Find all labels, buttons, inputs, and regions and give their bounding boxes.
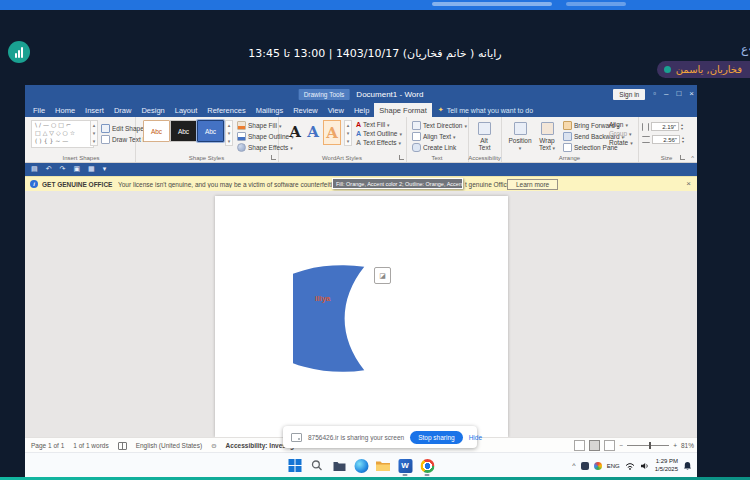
language-indicator[interactable]: English (United States) (136, 442, 202, 449)
sign-in-button[interactable]: Sign in (613, 89, 645, 100)
shape-style-thumb-2[interactable]: Abc (170, 120, 197, 142)
layout-options-button[interactable]: ◪ (374, 267, 391, 284)
gallery-more-icon: ▾ (347, 138, 350, 144)
undo-icon[interactable]: ↶ (46, 166, 52, 173)
close-icon[interactable]: × (689, 90, 694, 98)
zoom-out-icon[interactable]: − (619, 442, 623, 449)
create-link-button[interactable]: Create Link (412, 143, 467, 152)
tab-file[interactable]: File (28, 103, 50, 117)
tab-shape-format[interactable]: Shape Format (374, 103, 432, 117)
tell-me-search[interactable]: ✦ Tell me what you want to do (432, 103, 539, 117)
language-badge[interactable]: ENG (607, 463, 620, 469)
zoom-slider[interactable] (627, 445, 669, 446)
gallery-down-icon: ▾ (228, 130, 231, 136)
wordart-style-2[interactable]: A (305, 120, 321, 143)
text-direction-button[interactable]: Text Direction ▾ (412, 121, 467, 130)
dropdown-icon: ▾ (630, 140, 633, 146)
rotate-button[interactable]: Rotate ▾ (609, 139, 633, 146)
document-page[interactable]: iliya ◪ (215, 196, 508, 437)
proofing-icon[interactable] (118, 442, 127, 450)
wrap-text-icon (541, 122, 554, 135)
dialog-launcher-icon[interactable] (399, 155, 404, 160)
shapes-gallery-scroll[interactable]: ▴ ▾ ▾ (90, 120, 98, 146)
warning-close-icon[interactable]: × (686, 180, 691, 188)
search-button[interactable] (310, 458, 325, 473)
crescent-moon-path[interactable] (293, 265, 364, 372)
tab-help[interactable]: Help (349, 103, 374, 117)
hide-link[interactable]: Hide (469, 434, 482, 441)
create-link-label: Create Link (423, 144, 456, 151)
shapes-gallery[interactable]: \/—○□⌐ □△▽◇○☆ (){}~— (31, 120, 94, 148)
redo-icon[interactable]: ↷ (60, 166, 66, 173)
maximize-icon[interactable]: □ (676, 90, 681, 98)
text-fill-button[interactable]: A Text Fill ▾ (356, 121, 402, 128)
wrap-text-button[interactable]: Wrap Text ▾ (534, 120, 560, 153)
shape-height-input[interactable]: 2.19" (651, 122, 679, 131)
web-layout-icon[interactable] (604, 440, 615, 451)
collapse-ribbon-icon[interactable]: ^ (691, 155, 694, 161)
width-spinner[interactable]: ▴▾ (682, 136, 684, 144)
zoom-in-icon[interactable]: + (673, 442, 677, 449)
gallery-down-icon: ▾ (93, 130, 96, 136)
tab-mailings[interactable]: Mailings (251, 103, 289, 117)
align-text-button[interactable]: Align Text ▾ (412, 132, 467, 141)
shape-style-thumb-1[interactable]: Abc (143, 120, 170, 142)
rotate-label: Rotate (609, 139, 628, 146)
zoom-percent[interactable]: 81% (681, 442, 694, 449)
shape-width-input[interactable]: 2.56" (652, 135, 680, 144)
word-count[interactable]: 1 of 1 words (73, 442, 108, 449)
shape-text[interactable]: iliya (315, 294, 375, 303)
tab-review[interactable]: Review (288, 103, 323, 117)
sidebar-edge-glyph[interactable]: ع‹ (741, 42, 750, 56)
tab-view[interactable]: View (323, 103, 349, 117)
volume-icon[interactable] (640, 462, 650, 470)
shape-styles-scroll[interactable]: ▴ ▾ ▾ (225, 120, 233, 146)
crescent-moon-shape[interactable] (293, 262, 367, 375)
clock[interactable]: 1:29 PM 1/5/2025 (655, 458, 678, 474)
save-icon[interactable]: ▤ (31, 166, 38, 173)
tab-draw[interactable]: Draw (109, 103, 137, 117)
text-effects-button[interactable]: A Text Effects ▾ (356, 139, 402, 146)
wordart-style-1[interactable]: A (287, 120, 303, 143)
tab-references[interactable]: References (202, 103, 250, 117)
tray-app-icon[interactable] (581, 462, 589, 470)
notification-bell-icon[interactable] (683, 461, 692, 471)
tray-account-icon[interactable] (594, 462, 602, 470)
wordart-scroll[interactable]: ▴ ▾ ▾ (344, 120, 352, 146)
qat-customize-icon[interactable]: ▾ (103, 166, 107, 173)
dialog-launcher-icon[interactable] (271, 155, 276, 160)
chrome-taskbar-button[interactable] (420, 458, 435, 473)
start-button[interactable] (288, 458, 303, 473)
tab-insert[interactable]: Insert (80, 103, 109, 117)
shape-style-thumb-3-selected[interactable]: Abc (197, 120, 224, 142)
read-mode-icon[interactable] (574, 440, 585, 451)
minimize-icon[interactable]: – (664, 90, 668, 98)
height-spinner[interactable]: ▴▾ (681, 123, 683, 131)
page-indicator[interactable]: Page 1 of 1 (31, 442, 64, 449)
ribbon-display-options-icon[interactable]: ▫ (653, 90, 656, 98)
style-tooltip: Fill: Orange, Accent color 2; Outline: O… (332, 178, 463, 189)
clipboard-icon[interactable]: ▦ (88, 166, 95, 173)
learn-more-button[interactable]: Learn more (507, 179, 558, 190)
edge-button[interactable] (354, 458, 369, 473)
group-button[interactable]: Group ▾ (609, 130, 633, 137)
tray-chevron-up-icon[interactable]: ^ (572, 462, 575, 469)
tab-home[interactable]: Home (50, 103, 80, 117)
zoom-slider-thumb[interactable] (649, 442, 651, 449)
word-taskbar-button[interactable]: W (398, 458, 413, 473)
task-view-button[interactable] (332, 458, 347, 473)
stop-sharing-button[interactable]: Stop sharing (410, 431, 463, 444)
text-outline-button[interactable]: A Text Outline ▾ (356, 130, 402, 137)
dropdown-icon: ▾ (464, 123, 467, 129)
print-layout-icon[interactable] (589, 440, 600, 451)
file-explorer-button[interactable] (376, 458, 391, 473)
wordart-style-3-hovered[interactable]: A (323, 120, 341, 145)
wifi-icon[interactable] (625, 462, 635, 470)
dialog-launcher-icon[interactable] (680, 155, 685, 160)
align-button[interactable]: Align ▾ (609, 121, 633, 128)
shapes-gallery-row: (){}~— (35, 137, 93, 145)
position-button[interactable]: Position ▾ (507, 120, 533, 153)
touch-mode-icon[interactable]: ▣ (73, 166, 80, 173)
tab-layout[interactable]: Layout (170, 103, 203, 117)
tab-design[interactable]: Design (136, 103, 169, 117)
